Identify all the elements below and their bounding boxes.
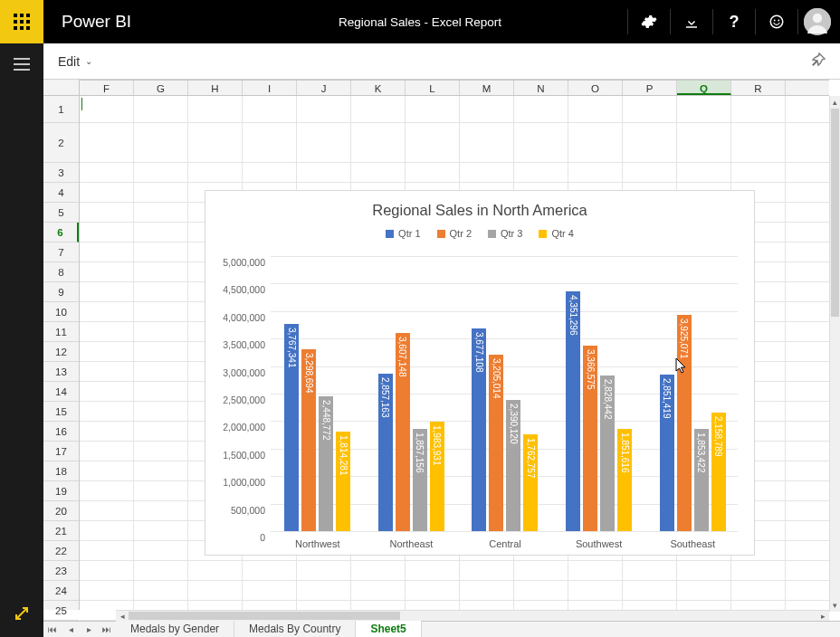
row-header-6[interactable]: 6 [43,223,79,242]
bar[interactable]: 3,607,148 [396,333,410,531]
row-header-19[interactable]: 19 [43,481,79,501]
bar[interactable]: 3,767,341 [284,324,299,531]
bar[interactable]: 1,762,757 [523,434,538,531]
bar[interactable]: 2,851,419 [660,375,674,531]
col-header-Q[interactable]: Q [677,81,731,95]
row-header-4[interactable]: 4 [43,183,79,203]
sheet-tab[interactable]: Sheet5 [356,621,421,638]
bar[interactable]: 2,448,772 [319,396,333,531]
bar[interactable]: 4,351,296 [566,291,580,531]
col-header-N[interactable]: N [514,81,568,95]
pin-button[interactable] [811,52,826,71]
bar-value-label: 4,351,296 [568,295,578,336]
row-header-1[interactable]: 1 [43,96,79,123]
bar-value-label: 2,158,789 [713,416,723,457]
bar[interactable]: 3,205,014 [489,355,503,531]
tab-nav-first[interactable]: ⏮ [43,624,62,634]
svg-point-10 [774,20,776,22]
legend-label: Qtr 4 [551,228,573,239]
bar[interactable]: 1,853,422 [694,429,709,531]
bar[interactable]: 2,828,442 [600,376,615,531]
edit-menu[interactable]: Edit ⌄ [58,54,92,69]
download-button[interactable] [671,0,712,43]
row-header-11[interactable]: 11 [43,322,79,342]
horizontal-scrollbar[interactable]: ◂ ▸ [116,610,829,621]
top-right-actions: ? [627,0,840,43]
row-header-25[interactable]: 25 [43,601,79,621]
bar[interactable]: 3,925,071 [677,315,692,531]
row-header-7[interactable]: 7 [43,242,79,262]
category-label: Central [458,538,552,549]
bar-value-label: 2,390,120 [509,404,519,444]
row-header-15[interactable]: 15 [43,402,79,422]
scroll-thumb-h[interactable] [129,612,400,620]
select-all-corner[interactable] [43,80,80,96]
bar[interactable]: 1,857,156 [413,429,427,531]
app-launcher[interactable] [0,0,43,43]
row-header-13[interactable]: 13 [43,362,79,382]
bar[interactable]: 1,983,931 [430,422,444,531]
col-header-O[interactable]: O [568,81,623,95]
row-header-12[interactable]: 12 [43,342,79,362]
col-header-M[interactable]: M [460,81,514,95]
scroll-up-arrow[interactable]: ▴ [830,96,840,109]
bar[interactable]: 1,851,616 [617,429,632,531]
bar-group: 3,767,3413,298,6942,448,7721,814,281Nort… [271,256,365,531]
bar[interactable]: 1,814,281 [336,432,350,531]
row-header-9[interactable]: 9 [43,282,79,302]
col-header-P[interactable]: P [623,81,677,95]
row-header-18[interactable]: 18 [43,461,79,481]
row-header-2[interactable]: 2 [43,123,79,163]
col-header-L[interactable]: L [406,81,460,95]
col-header-F[interactable]: F [80,81,134,95]
account-avatar[interactable] [804,8,831,35]
row-header-16[interactable]: 16 [43,422,79,442]
embedded-chart[interactable]: Regional Sales in North America Qtr 1Qtr… [205,190,755,556]
tab-nav-next[interactable]: ▸ [80,624,98,634]
grid-canvas[interactable]: Regional Sales in North America Qtr 1Qtr… [80,96,829,610]
row-header-24[interactable]: 24 [43,581,79,601]
svg-point-13 [813,14,822,23]
col-header-G[interactable]: G [134,81,188,95]
bar-value-label: 2,851,419 [662,378,672,419]
nav-toggle[interactable] [14,58,30,74]
help-button[interactable]: ? [713,0,755,43]
row-header-23[interactable]: 23 [43,561,79,581]
bar[interactable]: 2,390,120 [506,400,520,531]
bar[interactable]: 3,298,694 [301,349,316,531]
bar[interactable]: 3,366,575 [583,346,597,531]
col-header-K[interactable]: K [351,81,406,95]
tab-nav-last[interactable]: ⏭ [98,624,116,634]
bar-value-label: 1,983,931 [432,425,442,466]
row-header-5[interactable]: 5 [43,203,79,223]
hamburger-icon [14,58,30,71]
row-header-17[interactable]: 17 [43,442,79,461]
sheet-tab[interactable]: Medals by Gender [116,621,234,638]
row-header-20[interactable]: 20 [43,501,79,521]
bar-value-label: 3,205,014 [492,358,501,399]
chart-legend: Qtr 1Qtr 2Qtr 3Qtr 4 [205,228,754,239]
svg-point-11 [778,20,779,22]
col-header-J[interactable]: J [297,81,351,95]
row-header-14[interactable]: 14 [43,382,79,402]
feedback-button[interactable] [756,0,797,43]
expand-button[interactable] [14,606,29,624]
bar-value-label: 3,298,694 [304,353,314,394]
row-header-21[interactable]: 21 [43,521,79,541]
col-header-R[interactable]: R [731,81,786,95]
col-header-H[interactable]: H [188,81,243,95]
sheet-tab[interactable]: Medals By Country [234,621,356,638]
row-header-8[interactable]: 8 [43,262,79,282]
scroll-thumb-v[interactable] [831,109,839,317]
scroll-down-arrow[interactable]: ▾ [830,599,840,612]
vertical-scrollbar[interactable]: ▴ ▾ [829,96,840,612]
tab-nav-prev[interactable]: ◂ [62,624,80,634]
bar[interactable]: 2,857,163 [378,374,393,531]
row-header-10[interactable]: 10 [43,302,79,322]
bar[interactable]: 3,677,108 [472,328,486,531]
row-header-22[interactable]: 22 [43,541,79,561]
settings-button[interactable] [628,0,670,43]
bar[interactable]: 2,158,789 [711,413,726,531]
col-header-I[interactable]: I [243,81,297,95]
row-header-3[interactable]: 3 [43,163,79,183]
